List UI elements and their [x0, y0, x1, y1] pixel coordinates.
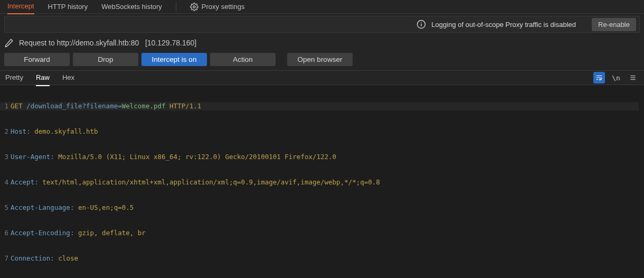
- subtab-hex[interactable]: Hex: [62, 70, 74, 85]
- forward-button[interactable]: Forward: [4, 53, 70, 66]
- svg-point-0: [193, 6, 195, 8]
- info-message: Logging of out-of-scope Proxy traffic is…: [431, 21, 576, 29]
- open-browser-button[interactable]: Open browser: [287, 53, 353, 66]
- edit-icon[interactable]: [4, 38, 14, 48]
- action-button[interactable]: Action: [210, 53, 276, 66]
- reenable-button[interactable]: Re-enable: [592, 18, 636, 31]
- info-bar: Logging of out-of-scope Proxy traffic is…: [4, 16, 640, 33]
- tab-http-history[interactable]: HTTP history: [48, 0, 88, 14]
- intercept-toggle-button[interactable]: Intercept is on: [141, 53, 207, 66]
- action-buttons: Forward Drop Intercept is on Action Open…: [0, 51, 644, 70]
- wrap-icon[interactable]: [593, 72, 605, 84]
- tab-websockets-history[interactable]: WebSockets history: [101, 0, 162, 14]
- svg-point-3: [421, 22, 422, 23]
- view-tabs: Pretty Raw Hex \n: [0, 70, 644, 85]
- subtab-pretty[interactable]: Pretty: [5, 70, 23, 85]
- top-tabs: Intercept HTTP history WebSockets histor…: [0, 0, 644, 14]
- menu-icon[interactable]: [627, 72, 639, 84]
- subtab-raw[interactable]: Raw: [36, 70, 50, 86]
- view-options: \n: [593, 72, 639, 84]
- newline-icon[interactable]: \n: [610, 72, 622, 84]
- request-target: Request to http://demo.skyfall.htb:80 [1…: [19, 39, 196, 47]
- drop-button[interactable]: Drop: [73, 53, 138, 66]
- proxy-settings-link[interactable]: Proxy settings: [190, 3, 245, 11]
- tab-intercept[interactable]: Intercept: [7, 0, 34, 14]
- info-icon: [416, 20, 426, 29]
- raw-editor[interactable]: 1GET /download_file?filename=Welcome.pdf…: [0, 85, 644, 278]
- request-line: Request to http://demo.skyfall.htb:80 [1…: [0, 35, 644, 51]
- proxy-settings-label: Proxy settings: [202, 3, 245, 11]
- gear-icon: [190, 3, 198, 11]
- separator: [176, 2, 176, 12]
